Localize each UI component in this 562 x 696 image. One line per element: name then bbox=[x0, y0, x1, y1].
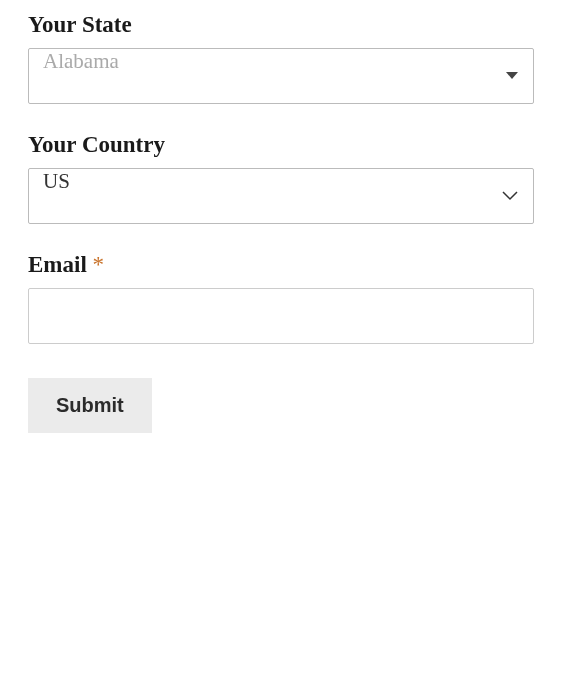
required-indicator: * bbox=[93, 252, 105, 277]
state-field-group: Your State Alabama bbox=[28, 12, 534, 104]
country-select-wrapper: US bbox=[28, 168, 534, 224]
email-label: Email * bbox=[28, 252, 534, 278]
email-field-group: Email * bbox=[28, 252, 534, 344]
email-label-text: Email bbox=[28, 252, 87, 277]
state-select[interactable]: Alabama bbox=[28, 48, 534, 104]
submit-button[interactable]: Submit bbox=[28, 378, 152, 433]
form: Your State Alabama Your Country US Email… bbox=[28, 12, 534, 433]
country-label: Your Country bbox=[28, 132, 534, 158]
email-input[interactable] bbox=[28, 288, 534, 344]
country-field-group: Your Country US bbox=[28, 132, 534, 224]
state-label: Your State bbox=[28, 12, 534, 38]
country-select[interactable]: US bbox=[28, 168, 534, 224]
state-select-wrapper: Alabama bbox=[28, 48, 534, 104]
